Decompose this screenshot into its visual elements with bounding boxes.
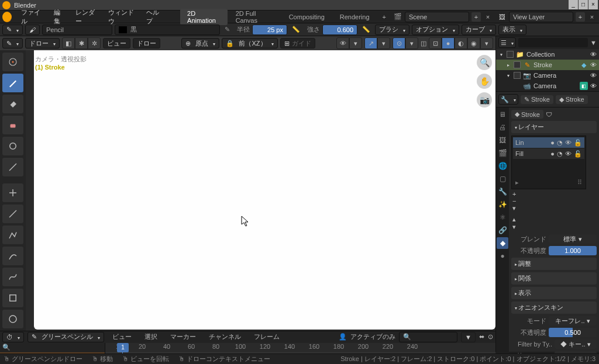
box-tool[interactable] bbox=[2, 289, 23, 307]
view-menu[interactable]: ビュー bbox=[103, 38, 130, 48]
circle-tool[interactable] bbox=[2, 310, 23, 328]
curve-tool[interactable] bbox=[2, 268, 23, 286]
timeline-type-selector[interactable]: ⏱ bbox=[2, 332, 24, 342]
tab-output[interactable]: 🖨 bbox=[497, 122, 508, 133]
tab-data[interactable]: ◆ bbox=[497, 237, 508, 249]
erase-tool[interactable] bbox=[2, 116, 23, 134]
viewlayer-delete-button[interactable]: × bbox=[587, 12, 597, 22]
workspace-tab-2d-animation[interactable]: 2D Animation bbox=[180, 9, 228, 25]
mask-icon[interactable]: ● bbox=[550, 150, 555, 158]
tab-material[interactable]: ● bbox=[497, 250, 508, 262]
scene-selector[interactable]: Scene bbox=[405, 12, 469, 22]
gizmo-caret[interactable]: ▾ bbox=[377, 37, 390, 49]
origin-selector[interactable]: ⊕原点 bbox=[181, 38, 219, 48]
menu-help[interactable]: ヘルプ bbox=[142, 8, 168, 26]
adjust-panel[interactable]: 調整 bbox=[511, 258, 597, 270]
tab-scene[interactable]: 🎬 bbox=[497, 147, 508, 159]
strength-value[interactable]: 0.600 bbox=[322, 25, 357, 35]
brush-mode-icon[interactable]: ✎ bbox=[225, 26, 230, 33]
shading-solid-button[interactable]: ● bbox=[442, 37, 455, 49]
selectability-button[interactable]: 👁 bbox=[336, 37, 349, 49]
tl-marker-menu[interactable]: マーカー bbox=[166, 332, 201, 341]
selectability-caret[interactable]: ▾ bbox=[349, 37, 362, 49]
hide-icon[interactable]: 👁 bbox=[565, 139, 572, 147]
shading-rendered-button[interactable]: ◉ bbox=[467, 37, 480, 49]
color-field[interactable]: 黒 bbox=[115, 25, 220, 35]
relation-panel[interactable]: 関係 bbox=[511, 272, 597, 285]
layer-add-button[interactable]: + bbox=[512, 190, 585, 197]
radius-value[interactable]: 25 px bbox=[252, 25, 287, 35]
pressure-radius-icon[interactable]: 📏 bbox=[292, 26, 300, 33]
gizmo-toggle-button[interactable]: ↗ bbox=[364, 37, 377, 49]
brush-dropdown[interactable]: ブラシ bbox=[375, 25, 409, 35]
lock-icon[interactable]: 🔓 bbox=[574, 150, 582, 158]
tl-proportional-icon[interactable]: ⊙ bbox=[488, 333, 493, 341]
menu-window[interactable]: ウィンドウ bbox=[104, 8, 141, 26]
tab-constraint[interactable]: 🔗 bbox=[497, 224, 508, 236]
maximize-button[interactable]: □ bbox=[579, 0, 588, 9]
zoom-gizmo[interactable]: 🔍 bbox=[477, 55, 492, 70]
camera-gizmo[interactable]: 📷 bbox=[477, 92, 492, 108]
layer-mode-3-button[interactable]: ✲ bbox=[88, 37, 101, 49]
cutter-tool[interactable] bbox=[2, 158, 23, 176]
tab-render[interactable]: 🖥 bbox=[497, 109, 508, 120]
overlay-caret[interactable]: ▾ bbox=[405, 37, 418, 49]
display-panel[interactable]: 表示 bbox=[511, 287, 597, 299]
brush-preset[interactable]: 🖌 bbox=[25, 25, 40, 35]
xray-button[interactable]: ◫ bbox=[421, 40, 426, 47]
mask-icon[interactable]: ● bbox=[550, 139, 555, 147]
outliner-filter-button[interactable]: ▼ bbox=[590, 39, 597, 46]
fill-tool[interactable] bbox=[2, 95, 23, 113]
tl-view-menu[interactable]: ビュー bbox=[108, 332, 136, 341]
guide-toggle[interactable]: ⊞ガイド bbox=[280, 38, 315, 48]
tl-filter-button[interactable]: ▼ bbox=[461, 332, 476, 342]
viewlayer-selector[interactable]: View Layer bbox=[509, 12, 573, 22]
material-field[interactable]: Pencil bbox=[42, 25, 112, 35]
overlay-toggle-button[interactable]: ⊙ bbox=[393, 37, 405, 49]
polyline-tool[interactable] bbox=[2, 226, 23, 244]
playhead[interactable]: 1 bbox=[117, 343, 129, 352]
menu-edit[interactable]: 編集 bbox=[49, 8, 70, 26]
onion-icon[interactable]: ◔ bbox=[557, 150, 563, 158]
tl-channel-menu[interactable]: チャンネル bbox=[204, 332, 246, 341]
viewport-canvas[interactable]: カメラ・透視投影 (1) Stroke 🔍 ✋ 📷 bbox=[26, 50, 495, 331]
lock-icon[interactable]: 🔓 bbox=[574, 139, 582, 147]
tl-select-menu[interactable]: 選択 bbox=[140, 332, 162, 341]
menu-render[interactable]: レンダー bbox=[71, 8, 102, 26]
props-editor-type[interactable]: 🔧 bbox=[498, 94, 518, 105]
add-workspace-button[interactable]: + bbox=[378, 13, 391, 20]
curve-dropdown[interactable]: カーブ bbox=[462, 25, 496, 35]
tab-object[interactable]: ▢ bbox=[497, 173, 508, 185]
options-dropdown[interactable]: オプション bbox=[412, 25, 459, 35]
mode-selector[interactable]: ✎ bbox=[2, 25, 23, 35]
shading-wireframe-button[interactable]: ⊡ bbox=[429, 37, 442, 49]
onion-mode-value[interactable]: キーフレ.. ▾ bbox=[549, 316, 597, 325]
tab-modifier[interactable]: 🔧 bbox=[497, 186, 508, 197]
shading-matprev-button[interactable]: ◐ bbox=[455, 37, 467, 49]
minimize-button[interactable]: _ bbox=[569, 0, 578, 9]
visibility-icon[interactable]: 👁 bbox=[590, 72, 597, 79]
tl-normalize-icon[interactable]: ⬌ bbox=[479, 333, 484, 341]
plane-selector[interactable]: 🔒前（XZ） bbox=[222, 38, 277, 48]
onion-opacity-value[interactable]: 0.500 bbox=[549, 328, 597, 337]
collection-checkbox[interactable] bbox=[507, 51, 514, 58]
tint-tool[interactable] bbox=[2, 137, 23, 155]
item-checkbox[interactable] bbox=[514, 61, 521, 68]
layer-down-button[interactable]: ▾ bbox=[512, 223, 585, 231]
workspace-tab-rendering[interactable]: Rendering bbox=[333, 12, 377, 22]
outliner-search[interactable] bbox=[518, 38, 588, 47]
scene-new-button[interactable]: + bbox=[471, 12, 481, 22]
blender-logo-icon[interactable] bbox=[2, 12, 12, 22]
outliner-type[interactable]: ☰ bbox=[498, 37, 516, 48]
shading-caret[interactable]: ▾ bbox=[480, 37, 493, 49]
cursor-tool[interactable] bbox=[2, 53, 23, 71]
blend-value[interactable]: 標準 ▾ bbox=[549, 234, 597, 244]
visibility-icon[interactable]: 👁 bbox=[590, 61, 597, 68]
draw-tool[interactable] bbox=[2, 74, 23, 92]
tl-search[interactable]: 🔍 bbox=[399, 332, 457, 342]
arc-tool[interactable] bbox=[2, 247, 23, 265]
layer-menu-button[interactable]: ▾ bbox=[512, 204, 585, 212]
outliner-item-stroke[interactable]: ▸ ✎ Stroke ◆ 👁 bbox=[496, 60, 599, 70]
draw2-menu[interactable]: ドロー bbox=[133, 38, 160, 48]
tab-viewlayer[interactable]: 🖼 bbox=[497, 134, 508, 146]
